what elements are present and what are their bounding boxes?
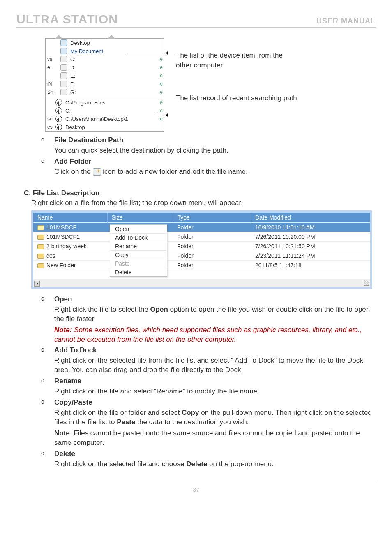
- table-row[interactable]: 2 birthday week Folder 7/26/2011 10:21:5…: [33, 241, 370, 251]
- history-item[interactable]: esDesktop: [46, 123, 164, 131]
- history-icon: [55, 116, 62, 122]
- table-row[interactable]: 101MSDCF1 Folder 7/26/2011 10:20:00 PM: [33, 232, 370, 241]
- doc-subtitle: USER MANUAL: [316, 17, 376, 25]
- menu-copy[interactable]: Copy: [110, 251, 167, 259]
- history-item[interactable]: soC:\Users\hanna\Desktop\1e: [46, 115, 164, 123]
- desc-copypaste: o Copy/Paste: [41, 398, 376, 407]
- drive-icon: [60, 64, 67, 71]
- bullet-mark: o: [41, 157, 46, 166]
- table-row-empty: [33, 270, 370, 279]
- table-row[interactable]: ces Folder 2/23/2011 11:11:24 PM: [33, 251, 370, 260]
- context-menu: Open Add To Dock Rename Copy Paste Delet…: [110, 224, 167, 277]
- history-icon: [55, 124, 62, 130]
- bullet-title: Copy/Paste: [54, 398, 92, 406]
- folder-icon: [37, 263, 44, 268]
- add-folder-icon: [93, 168, 101, 176]
- desc-note: Note: Some execution files, which need s…: [54, 326, 376, 345]
- folder-icon: [37, 225, 44, 230]
- bullet-title: Delete: [54, 450, 75, 458]
- section-c-head: C. File List Description: [24, 189, 376, 197]
- col-type[interactable]: Type: [173, 213, 251, 223]
- file-list: Name Size Type Date Modified 101MSDCF Fo…: [31, 210, 372, 289]
- bullet-title: Add Folder: [54, 157, 91, 165]
- combo-item-g[interactable]: ShG:e: [46, 88, 164, 96]
- scroll-left-button[interactable]: ◂: [34, 281, 40, 287]
- folder-icon: [60, 39, 67, 46]
- bullet-add-folder: o Add Folder: [41, 157, 376, 166]
- scroll-right-button[interactable]: [364, 280, 369, 286]
- file-list-header: Name Size Type Date Modified: [33, 213, 370, 223]
- page-number: 37: [16, 483, 376, 493]
- desc-rename: o Rename: [41, 377, 376, 386]
- page-header: ULTRA STATION USER MANUAL: [16, 12, 376, 28]
- col-date[interactable]: Date Modified: [251, 213, 370, 223]
- scrollbar[interactable]: ◂: [33, 279, 370, 287]
- col-name[interactable]: Name: [33, 213, 107, 223]
- combo-item-d[interactable]: eD:e: [46, 63, 164, 72]
- desc-body: Right click the file to select the Open …: [54, 305, 376, 324]
- bullet-mark: o: [41, 136, 46, 145]
- table-row[interactable]: New Folder Folder 2011/8/5 11:47:18: [33, 260, 370, 270]
- section-c-sub: Right click on a file from the file list…: [31, 199, 376, 207]
- history-item[interactable]: C:\Program Filese: [46, 98, 164, 106]
- combo-item-f[interactable]: iNF:e: [46, 80, 164, 88]
- desc-delete: o Delete: [41, 449, 376, 459]
- desc-body: Right click on the selected file from th…: [54, 356, 376, 375]
- callout-arrow: [126, 53, 167, 53]
- desc-body: Right click on the file or folder and se…: [54, 408, 376, 427]
- bullet-file-destination: o File Destination Path: [41, 136, 376, 145]
- bullet-title: File Destination Path: [54, 136, 123, 144]
- menu-delete[interactable]: Delete: [110, 268, 167, 276]
- address-combo[interactable]: Desktop My Document ysC:e eD:e E:e iNF:e…: [45, 38, 164, 132]
- callout-line: The list record of recent searching path: [176, 93, 297, 103]
- desc-open: o Open: [41, 295, 376, 304]
- menu-rename[interactable]: Rename: [110, 242, 167, 251]
- combo-item-mydoc[interactable]: My Document: [46, 47, 164, 55]
- history-icon: [55, 99, 62, 106]
- folder-icon: [37, 244, 44, 249]
- combo-label: Desktop: [70, 40, 90, 46]
- callout-line: other computer: [176, 60, 297, 70]
- desc-note: Note: Files cannot be pasted onto the sa…: [54, 429, 376, 448]
- desc-body: Right click on the selected file and cho…: [54, 460, 376, 469]
- drive-icon: [60, 72, 67, 79]
- callout-line: The list of the device item from the: [176, 51, 297, 60]
- doc-title: ULTRA STATION: [16, 12, 118, 26]
- menu-add[interactable]: Add To Dock: [110, 234, 167, 242]
- menu-paste: Paste: [110, 259, 167, 268]
- table-row[interactable]: 101MSDCF Folder 10/9/2010 11:51:10 AM: [33, 222, 370, 232]
- desc-addtodock: o Add To Dock: [41, 346, 376, 355]
- combo-item-e[interactable]: E:e: [46, 72, 164, 80]
- folder-icon: [60, 48, 67, 54]
- drive-icon: [60, 89, 67, 95]
- bullet-body: Click on the icon to add a new folder an…: [54, 167, 376, 177]
- menu-open[interactable]: Open: [110, 225, 167, 234]
- drive-icon: [60, 81, 67, 87]
- combo-label: My Document: [70, 48, 103, 54]
- drive-icon: [60, 56, 67, 62]
- figure-row: Desktop My Document ysC:e eD:e E:e iNF:e…: [45, 38, 376, 132]
- bullet-title: Rename: [54, 377, 81, 385]
- folder-icon: [37, 235, 44, 240]
- bullet-title: Open: [54, 295, 72, 303]
- combo-item-desktop[interactable]: Desktop: [46, 39, 164, 47]
- callout-arrow: [156, 115, 167, 115]
- combo-item-c[interactable]: ysC:e: [46, 55, 164, 63]
- history-icon: [55, 107, 62, 114]
- desc-body: Right click on the file and select “Rena…: [54, 387, 376, 396]
- callout-text: The list of the device item from the oth…: [176, 38, 297, 132]
- bullet-body: You can quick select the destination by …: [54, 146, 376, 155]
- col-size[interactable]: Size: [107, 213, 173, 223]
- folder-icon: [37, 254, 44, 259]
- bullet-title: Add To Dock: [54, 346, 97, 354]
- history-item[interactable]: C:e: [46, 106, 164, 115]
